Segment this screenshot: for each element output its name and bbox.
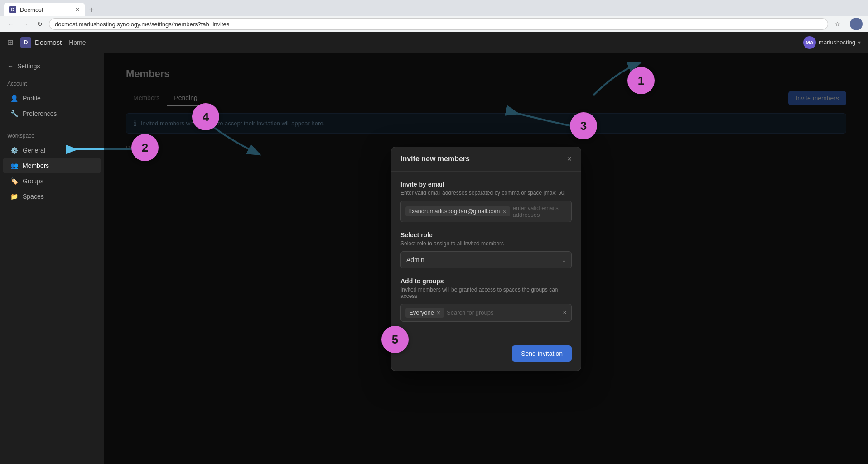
groups-icon: 🏷️: [10, 177, 18, 185]
groups-search-placeholder[interactable]: Search for groups: [447, 309, 560, 316]
invite-email-section: Invite by email Enter valid email addres…: [400, 181, 572, 222]
bookmark-button[interactable]: ☆: [832, 19, 843, 29]
invite-email-title: Invite by email: [400, 181, 572, 188]
nav-bar: ← → ↻ docmost.mariushosting.synology.me/…: [0, 16, 868, 32]
back-button[interactable]: ←: [5, 19, 16, 29]
add-to-groups-desc: Invited members will be granted access t…: [400, 287, 572, 299]
logo-area: D Docmost: [20, 37, 62, 48]
address-bar[interactable]: docmost.mariushosting.synology.me/settin…: [49, 18, 828, 30]
sidebar-item-general[interactable]: ⚙️ General: [3, 143, 101, 158]
email-input-area[interactable]: lixandrumariusbogdan@gmail.com × enter v…: [400, 201, 572, 222]
sidebar-item-spaces[interactable]: 📁 Spaces: [3, 189, 101, 204]
logo-icon: D: [20, 37, 31, 48]
select-role-desc: Select role to assign to all invited mem…: [400, 240, 572, 247]
modal-overlay: Invite new members × Invite by email Ent…: [104, 53, 868, 464]
main-layout: ← Settings Account 👤 Profile 🔧 Preferenc…: [0, 53, 868, 464]
select-role-section: Select role Select role to assign to all…: [400, 231, 572, 268]
sidebar-item-profile[interactable]: 👤 Profile: [3, 91, 101, 106]
url-text: docmost.mariushosting.synology.me/settin…: [55, 21, 229, 28]
sidebar-item-groups[interactable]: 🏷️ Groups: [3, 173, 101, 189]
group-tag-remove-button[interactable]: ×: [437, 309, 440, 316]
sidebar-back-button[interactable]: ← Settings: [0, 59, 104, 73]
groups-clear-button[interactable]: ×: [563, 309, 567, 317]
email-tag: lixandrumariusbogdan@gmail.com ×: [405, 206, 510, 216]
account-section-label: Account: [0, 77, 104, 91]
email-input-placeholder[interactable]: enter valid emails addresses: [513, 205, 567, 218]
home-nav-link[interactable]: Home: [69, 39, 86, 46]
invite-modal: Invite new members × Invite by email Ent…: [391, 147, 581, 371]
modal-body: Invite by email Enter valid email addres…: [391, 172, 581, 340]
preferences-icon: 🔧: [10, 110, 18, 118]
add-to-groups-section: Add to groups Invited members will be gr…: [400, 277, 572, 322]
invite-email-desc: Enter valid email addresses separated by…: [400, 190, 572, 196]
new-tab-button[interactable]: +: [85, 4, 98, 16]
topbar: ⊞ D Docmost Home MA mariushosting ▾: [0, 32, 868, 53]
groups-label: Groups: [23, 177, 43, 185]
general-icon: ⚙️: [10, 146, 18, 154]
add-to-groups-title: Add to groups: [400, 277, 572, 285]
select-role-title: Select role: [400, 231, 572, 239]
browser-chrome: D Docmost ✕ + ← → ↻ docmost.mariushostin…: [0, 0, 868, 32]
members-label: Members: [23, 162, 49, 169]
tab-close-button[interactable]: ✕: [75, 6, 80, 13]
user-menu-chevron-icon: ▾: [858, 39, 861, 46]
modal-header: Invite new members ×: [391, 147, 581, 172]
modal-title: Invite new members: [400, 155, 470, 163]
email-tag-remove-button[interactable]: ×: [502, 208, 506, 215]
group-tag-everyone: Everyone ×: [405, 308, 444, 318]
topbar-right: MA mariushosting ▾: [803, 36, 861, 49]
spaces-icon: 📁: [10, 192, 18, 201]
sidebar-divider: [0, 125, 104, 125]
members-icon: 👥: [10, 162, 18, 170]
back-arrow-icon: ←: [7, 62, 14, 70]
general-label: General: [23, 147, 45, 154]
logo-text: Docmost: [35, 38, 62, 46]
profile-icon: 👤: [10, 94, 18, 102]
preferences-label: Preferences: [23, 110, 57, 117]
sidebar-toggle-button[interactable]: ⊞: [7, 38, 13, 47]
modal-footer: Send invitation: [391, 340, 581, 371]
send-invitation-button[interactable]: Send invitation: [512, 345, 572, 362]
group-tag-value: Everyone: [409, 309, 434, 316]
tab-bar: D Docmost ✕ +: [0, 0, 868, 16]
reload-button[interactable]: ↻: [34, 19, 45, 29]
groups-input-area[interactable]: Everyone × Search for groups ×: [400, 304, 572, 322]
user-avatar: MA: [803, 36, 816, 49]
tab-favicon: D: [9, 6, 16, 13]
active-tab[interactable]: D Docmost ✕: [4, 3, 85, 16]
sidebar-item-preferences[interactable]: 🔧 Preferences: [3, 106, 101, 121]
workspace-section-label: Workspace: [0, 129, 104, 143]
modal-close-button[interactable]: ×: [567, 154, 572, 164]
content-area: Members Members Pending Invite members ℹ…: [104, 53, 868, 464]
user-menu-button[interactable]: MA mariushosting ▾: [803, 36, 861, 49]
role-select-wrapper: Admin Member Viewer: [400, 251, 572, 268]
tab-title: Docmost: [20, 6, 43, 13]
settings-back-label: Settings: [17, 62, 40, 70]
forward-button[interactable]: →: [20, 19, 31, 29]
app: ⊞ D Docmost Home MA mariushosting ▾ ← Se…: [0, 32, 868, 464]
email-tag-value: lixandrumariusbogdan@gmail.com: [409, 208, 500, 215]
user-name-label: mariushosting: [819, 39, 855, 46]
profile-label: Profile: [23, 95, 41, 102]
role-select[interactable]: Admin Member Viewer: [400, 251, 572, 268]
browser-profile-button[interactable]: [850, 18, 863, 30]
spaces-label: Spaces: [23, 193, 44, 200]
sidebar: ← Settings Account 👤 Profile 🔧 Preferenc…: [0, 53, 104, 464]
sidebar-item-members[interactable]: 👥 Members: [3, 158, 101, 173]
